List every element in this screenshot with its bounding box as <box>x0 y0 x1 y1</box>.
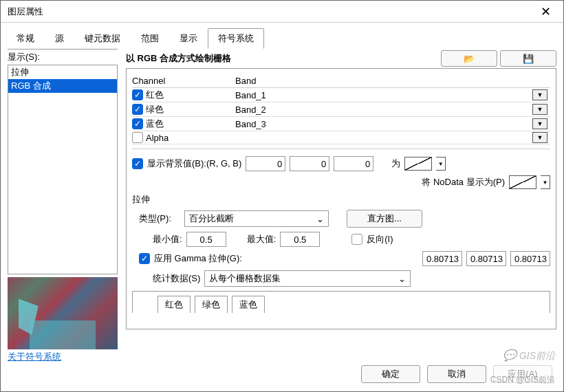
channel-header: Channel Band <box>132 74 550 88</box>
titlebar: 图层属性 ✕ <box>1 1 563 23</box>
max-label: 最大值: <box>247 233 276 246</box>
band-red-dropdown[interactable]: ▼ <box>532 89 547 100</box>
channel-red-label: 红色 <box>146 89 164 101</box>
toolbar-buttons: 📂 💾 <box>441 50 556 67</box>
panel-title: 以 RGB 合成方式绘制栅格 <box>126 52 231 65</box>
nodata-row: 将 NoData 显示为(P) ▼ <box>132 175 550 189</box>
tab-symbology[interactable]: 符号系统 <box>208 28 264 49</box>
checkbox-green[interactable]: ✓ <box>132 104 143 115</box>
stat-tab-blue[interactable]: 蓝色 <box>232 296 265 313</box>
channel-alpha-label: Alpha <box>146 133 169 143</box>
min-input[interactable] <box>186 232 226 247</box>
gamma-r-input[interactable] <box>422 251 462 266</box>
bg-r-input[interactable] <box>246 156 285 171</box>
band-blue-dropdown[interactable]: ▼ <box>532 118 547 129</box>
main-tabs: 常规 源 键元数据 范围 显示 符号系统 <box>1 23 563 49</box>
show-label: 显示(S): <box>8 49 118 65</box>
gamma-g-input[interactable] <box>466 251 506 266</box>
preview-thumbnail <box>8 277 118 349</box>
bg-b-input[interactable] <box>334 156 373 171</box>
chevron-down-icon: ⌄ <box>316 214 324 224</box>
disk-icon: 💾 <box>523 54 534 64</box>
tab-source[interactable]: 源 <box>45 28 74 49</box>
checkbox-alpha[interactable] <box>132 132 143 143</box>
layer-properties-dialog: 图层属性 ✕ 常规 源 键元数据 范围 显示 符号系统 显示(S): 拉伸 RG… <box>0 0 564 392</box>
channel-row-blue: ✓蓝色 Band_3▼ <box>132 117 550 131</box>
bg-color-swatch[interactable] <box>404 157 432 171</box>
checkbox-red[interactable]: ✓ <box>132 89 143 100</box>
right-panel: 以 RGB 合成方式绘制栅格 📂 💾 Channel Band ✓红色 Band… <box>118 49 556 365</box>
stretch-type-combo[interactable]: 百分比截断⌄ <box>184 210 329 227</box>
apply-button[interactable]: 应用(A) <box>493 365 552 383</box>
stat-tab-green[interactable]: 绿色 <box>195 296 228 313</box>
ok-button[interactable]: 确定 <box>361 365 420 383</box>
col-channel: Channel <box>132 76 235 86</box>
settings-scrollbox[interactable]: Channel Band ✓红色 Band_1▼ ✓绿色 Band_2▼ ✓蓝色… <box>126 68 556 329</box>
close-icon[interactable]: ✕ <box>535 3 556 21</box>
gamma-label: 应用 Gamma 拉伸(G): <box>154 252 242 265</box>
gamma-row: ✓ 应用 Gamma 拉伸(G): <box>132 251 550 266</box>
tab-general[interactable]: 常规 <box>6 28 45 49</box>
nodata-label: 将 NoData 显示为(P) <box>422 176 505 188</box>
band-alpha-dropdown[interactable]: ▼ <box>532 132 547 143</box>
stats-tabs-container: 红色 绿色 蓝色 <box>132 291 550 313</box>
band-green-dropdown[interactable]: ▼ <box>532 104 547 115</box>
checkbox-show-background[interactable]: ✓ <box>132 158 143 169</box>
channel-row-red: ✓红色 Band_1▼ <box>132 88 550 102</box>
left-panel: 显示(S): 拉伸 RGB 合成 关于符号系统 <box>8 49 118 365</box>
tab-key-metadata[interactable]: 键元数据 <box>74 28 131 49</box>
cancel-button[interactable]: 取消 <box>427 365 486 383</box>
save-button[interactable]: 💾 <box>500 50 556 67</box>
renderer-listbox[interactable]: 拉伸 RGB 合成 <box>8 65 118 274</box>
checkbox-blue[interactable]: ✓ <box>132 118 143 129</box>
tab-display[interactable]: 显示 <box>169 28 208 49</box>
band-blue: Band_3 <box>235 119 266 129</box>
dialog-footer: 确定 取消 应用(A) <box>361 365 552 383</box>
channel-row-green: ✓绿色 Band_2▼ <box>132 102 550 117</box>
bg-color-dropdown[interactable]: ▼ <box>436 157 446 171</box>
histogram-button[interactable]: 直方图... <box>347 210 422 228</box>
nodata-color-dropdown[interactable]: ▼ <box>541 175 550 189</box>
channel-row-alpha: Alpha ▼ <box>132 131 550 144</box>
checkbox-invert[interactable] <box>351 234 362 245</box>
band-green: Band_2 <box>235 105 266 115</box>
right-header: 以 RGB 合成方式绘制栅格 📂 💾 <box>126 49 556 68</box>
checkbox-gamma[interactable]: ✓ <box>139 253 150 264</box>
background-row: ✓ 显示背景值(B):(R, G, B) 为 ▼ <box>132 156 550 171</box>
list-item-stretch[interactable]: 拉伸 <box>8 65 117 79</box>
channel-green-label: 绿色 <box>146 103 164 116</box>
gamma-b-input[interactable] <box>510 251 550 266</box>
stats-label: 统计数据(S) <box>153 272 200 285</box>
channel-blue-label: 蓝色 <box>146 118 164 130</box>
invert-label: 反向(I) <box>367 233 393 246</box>
content-area: 显示(S): 拉伸 RGB 合成 关于符号系统 以 RGB 合成方式绘制栅格 📂… <box>1 49 563 372</box>
minmax-row: 最小值: 最大值: 反向(I) <box>132 232 550 247</box>
tab-extent[interactable]: 范围 <box>131 28 169 49</box>
stretch-group-label: 拉伸 <box>132 193 550 206</box>
background-label: 显示背景值(B):(R, G, B) <box>147 157 241 170</box>
open-button[interactable]: 📂 <box>441 50 497 67</box>
stats-row: 统计数据(S) 从每个栅格数据集⌄ <box>132 270 550 287</box>
dialog-title: 图层属性 <box>8 6 43 18</box>
type-row: 类型(P): 百分比截断⌄ 直方图... <box>132 210 550 228</box>
type-label: 类型(P): <box>139 213 180 225</box>
list-item-rgb[interactable]: RGB 合成 <box>8 79 117 93</box>
bg-g-input[interactable] <box>290 156 329 171</box>
max-input[interactable] <box>280 232 320 247</box>
folder-icon: 📂 <box>464 54 475 64</box>
nodata-color-swatch[interactable] <box>509 175 536 189</box>
chevron-down-icon: ⌄ <box>398 274 406 284</box>
min-label: 最小值: <box>153 233 182 246</box>
channel-table: Channel Band ✓红色 Band_1▼ ✓绿色 Band_2▼ ✓蓝色… <box>132 74 550 149</box>
band-red: Band_1 <box>235 90 266 100</box>
col-band: Band <box>235 76 550 86</box>
bg-as-label: 为 <box>391 157 400 170</box>
stat-tab-red[interactable]: 红色 <box>158 296 191 313</box>
stats-source-combo[interactable]: 从每个栅格数据集⌄ <box>204 270 411 287</box>
about-symbology-link[interactable]: 关于符号系统 <box>8 351 118 363</box>
